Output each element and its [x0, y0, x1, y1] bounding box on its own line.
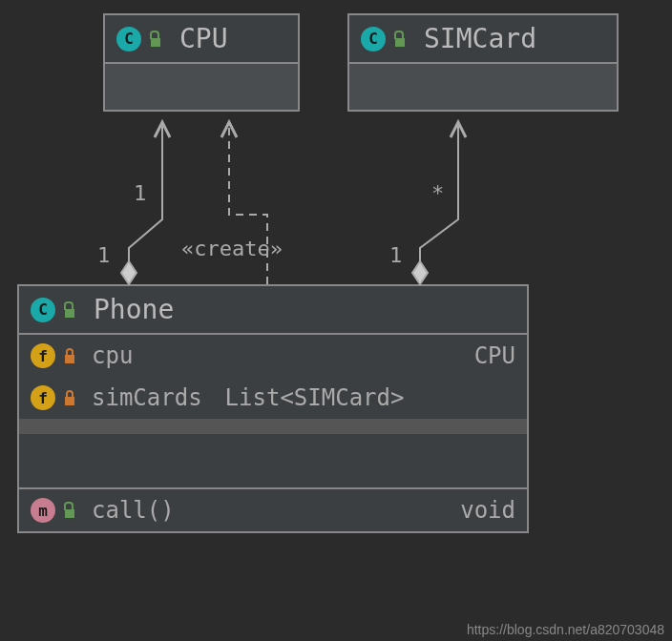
- unlock-icon: [63, 503, 76, 518]
- class-phone[interactable]: C Phone f cpu CPU f simCards List<SIMCar…: [17, 284, 529, 533]
- class-header: C CPU: [105, 15, 298, 64]
- lock-icon: [63, 390, 76, 405]
- section-divider: [19, 419, 527, 434]
- method-return-type: void: [460, 497, 515, 524]
- field-row: f cpu CPU: [19, 335, 527, 377]
- class-icon: C: [116, 27, 141, 52]
- multiplicity-label: *: [431, 181, 444, 205]
- class-name-label: Phone: [94, 294, 174, 325]
- methods-section: m call() void: [19, 487, 527, 531]
- class-name-label: SIMCard: [424, 23, 536, 54]
- field-type: List<SIMCard>: [225, 384, 405, 411]
- field-icon: f: [31, 343, 55, 368]
- unlock-icon: [393, 31, 407, 47]
- class-body: [105, 64, 298, 110]
- stereotype-label: «create»: [181, 237, 283, 260]
- method-row: m call() void: [19, 489, 527, 531]
- multiplicity-label: 1: [97, 243, 110, 267]
- watermark: https://blog.csdn.net/a820703048: [467, 622, 664, 637]
- class-body: [349, 64, 617, 110]
- class-icon: C: [31, 298, 55, 322]
- class-cpu[interactable]: C CPU: [103, 13, 300, 112]
- field-name: simCards: [92, 384, 202, 411]
- unlock-icon: [149, 31, 162, 47]
- field-type: CPU: [474, 342, 515, 369]
- class-name-label: CPU: [179, 23, 228, 54]
- field-name: cpu: [92, 342, 133, 369]
- class-header: C SIMCard: [349, 15, 617, 64]
- multiplicity-label: 1: [134, 181, 146, 205]
- field-row: f simCards List<SIMCard>: [19, 377, 527, 419]
- class-header: C Phone: [19, 286, 527, 335]
- method-name: call(): [92, 497, 175, 524]
- field-icon: f: [31, 385, 55, 410]
- unlock-icon: [63, 302, 76, 318]
- class-simcard[interactable]: C SIMCard: [347, 13, 619, 112]
- method-icon: m: [31, 498, 55, 523]
- multiplicity-label: 1: [389, 243, 402, 267]
- class-icon: C: [361, 27, 386, 52]
- lock-icon: [63, 348, 76, 363]
- fields-section: f cpu CPU f simCards List<SIMCard>: [19, 335, 527, 419]
